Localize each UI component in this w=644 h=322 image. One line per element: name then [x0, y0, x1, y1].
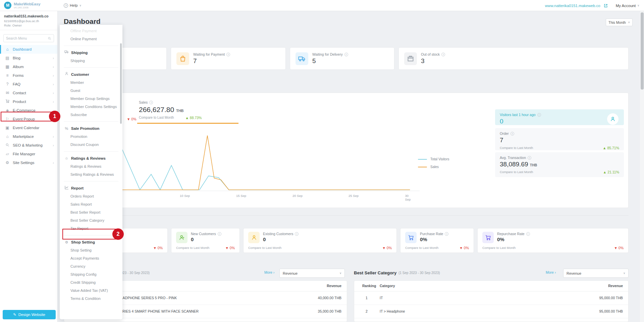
mail-icon: ✉ — [5, 91, 10, 95]
category-filter-select[interactable]: Revenue∨ — [563, 269, 629, 278]
submenu-item-guest[interactable]: Guest — [60, 87, 122, 95]
table-row[interactable]: 1 IT 95,000.00 THB — [354, 291, 628, 305]
site-url-link[interactable]: www.natterika0151.makeweb.co — [545, 4, 600, 8]
info-icon[interactable]: i — [528, 156, 531, 160]
submenu-item-member-conditions-settings[interactable]: Member Conditions Settings — [60, 103, 122, 111]
info-icon[interactable]: i — [218, 232, 221, 236]
submenu-section-sale-promotion: %Sale Promotion — [60, 124, 122, 132]
sidebar-item-dashboard[interactable]: ⌂Dashboard — [0, 45, 57, 54]
chevron-right-icon: › — [53, 65, 54, 69]
info-icon[interactable]: i — [526, 232, 530, 236]
submenu-item-promotion[interactable]: Promotion — [60, 132, 122, 141]
category-revenue: 95,000.00 THB — [599, 309, 623, 313]
sidebar-item-marketplace[interactable]: ⌂Marketplace› — [0, 132, 57, 141]
submenu-item-credit-shipping[interactable]: Credit Shipping — [60, 278, 122, 286]
sidebar-item-faq[interactable]: ?FAQ› — [0, 80, 57, 89]
users-icon — [64, 70, 69, 78]
submenu-item-best-seller-report[interactable]: Best Seller Report — [60, 208, 122, 216]
my-account-menu[interactable]: My Account ∨ — [616, 4, 639, 8]
submenu-item-shipping[interactable]: Shipping — [60, 57, 122, 65]
submenu-item-shop-setting[interactable]: Shop Setting — [60, 246, 122, 254]
legend-item-total-visitors[interactable]: Total Visitors — [418, 157, 449, 161]
chevron-right-icon: › — [53, 91, 54, 95]
annotation-step-2: 2 — [112, 228, 124, 240]
submenu-item-ratings-reviews[interactable]: Ratings & Reviews — [60, 162, 122, 170]
submenu-item-sales-report[interactable]: Sales Report — [60, 200, 122, 208]
sidebar-item-site-settings[interactable]: ⚙Site Settings› — [0, 158, 57, 167]
info-icon[interactable]: i — [445, 232, 448, 236]
report-filter-select[interactable]: Revenue∨ — [279, 269, 345, 278]
submenu-item-offline-payment[interactable]: Offline Payment — [60, 27, 122, 35]
visitors-card: Visitors last 1 hour agoi 0 — [495, 109, 624, 125]
sidebar-item-event-calendar[interactable]: ▣Event Calendar — [0, 123, 57, 132]
sidebar-item-product[interactable]: Product› — [0, 97, 57, 106]
submenu-item-value-added-tax[interactable]: Value Added Tax (VAT) — [60, 286, 122, 294]
percent-icon: % — [64, 124, 69, 132]
submenu-section-customer: Customer — [60, 70, 122, 78]
divider — [64, 151, 118, 152]
more-link[interactable]: More › — [264, 270, 274, 274]
info-icon[interactable]: i — [441, 53, 445, 56]
sidebar-item-blog[interactable]: ▤Blog› — [0, 54, 57, 62]
submenu-item-shipping-config[interactable]: Shipping Config — [60, 270, 122, 278]
sidebar-item-file-manager[interactable]: ▱File Manager — [0, 150, 57, 158]
brand-logo[interactable]: M MakeWebEasy v4.140.1006 — [0, 2, 58, 9]
submenu-scrollbar[interactable] — [120, 43, 122, 124]
submenu-item-terms-condition[interactable]: Terms & Condition — [60, 294, 122, 303]
rank: 1 — [366, 296, 368, 300]
info-icon[interactable]: i — [537, 113, 541, 117]
category-name: IT — [380, 296, 383, 300]
submenu-item-best-seller-category[interactable]: Best Seller Category — [60, 216, 122, 224]
external-link-icon[interactable] — [604, 4, 608, 8]
submenu-item-accept-payments[interactable]: Accept Payments — [60, 254, 122, 262]
more-link[interactable]: More › — [546, 270, 556, 274]
visitors-value: 0 — [500, 118, 619, 125]
sidebar-nav: ⌂Dashboard ▤Blog› ▦Album› ≡Forms› ?FAQ› … — [0, 45, 57, 167]
sidebar-item-forms[interactable]: ≡Forms› — [0, 71, 57, 80]
submenu-item-member-group-settings[interactable]: Member Group Settings — [60, 95, 122, 103]
chevron-down-icon: ∨ — [628, 21, 630, 24]
submenu-item-subscribe[interactable]: Subscribe — [60, 111, 122, 119]
avg-transaction-value: 38,089.69 — [500, 161, 528, 168]
submenu-item-currency[interactable]: Currency — [60, 262, 122, 270]
sidebar-item-contact[interactable]: ✉Contact› — [0, 89, 57, 97]
info-icon[interactable]: i — [226, 53, 230, 56]
submenu-section-shipping: Shipping — [60, 49, 122, 57]
submenu-item-online-payment[interactable]: Online Payment — [60, 35, 122, 43]
submenu-item-orders-report[interactable]: Orders Report — [60, 192, 122, 200]
page-scrollbar[interactable] — [640, 11, 644, 322]
delivery-truck-icon — [296, 52, 308, 65]
divider — [64, 46, 118, 46]
chevron-right-icon: › — [53, 82, 54, 86]
sidebar-item-seo-marketing[interactable]: SEO & Marketing› — [0, 141, 57, 150]
info-icon[interactable]: i — [511, 132, 514, 136]
tab-sales[interactable]: Salesi 266,627.80 THB Compare to Last Mo… — [139, 100, 202, 120]
search-input[interactable] — [6, 36, 46, 40]
list-icon: ≡ — [5, 73, 10, 78]
app-version: v4.140.1006 — [14, 6, 41, 9]
info-icon[interactable]: i — [295, 232, 299, 236]
stat-value: 7 — [193, 57, 230, 65]
submenu-section-ratings-reviews: ☆Ratings & Reviews — [60, 154, 122, 162]
submenu-item-discount-coupon[interactable]: Discount Coupon — [60, 141, 122, 149]
scrollbar-thumb[interactable] — [641, 12, 644, 90]
chevron-down-icon: ∨ — [79, 4, 82, 7]
info-icon[interactable]: i — [344, 53, 348, 56]
star-icon: ☆ — [64, 154, 69, 162]
best-seller-category-table: Ranking Category Revenue 1 IT 95,000.00 … — [354, 280, 629, 322]
info-icon[interactable]: i — [149, 101, 153, 104]
sidebar-item-album[interactable]: ▦Album› — [0, 62, 57, 71]
table-row[interactable]: 2 IT > Headphone 95,000.00 THB — [354, 305, 628, 318]
menu-search[interactable] — [3, 34, 54, 42]
order-value: 7 — [500, 137, 619, 144]
submenu-item-setting-ratings-reviews[interactable]: Setting Ratings & Reviews — [60, 170, 122, 178]
product-revenue: 40,000.00 THB — [318, 296, 341, 300]
help-menu[interactable]: ? Help ∨ — [64, 3, 82, 8]
page-title: Dashboard — [64, 17, 101, 25]
best-seller-category-header: Best Seller Category (1 Sep 2023 - 30 Se… — [354, 268, 440, 278]
design-website-button[interactable]: ✎ Design Website — [3, 310, 56, 319]
submenu-item-member[interactable]: Member — [60, 78, 122, 87]
legend-item-sales[interactable]: Sales — [418, 165, 449, 169]
annotation-box-ecommerce — [1, 112, 57, 121]
period-filter-select[interactable]: This Month ∨ — [606, 18, 633, 26]
